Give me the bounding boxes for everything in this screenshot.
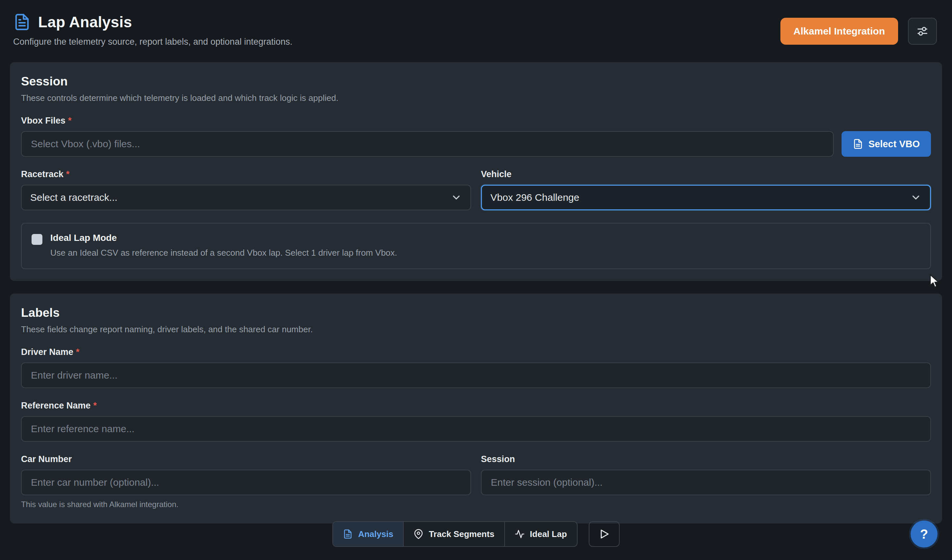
- bottom-tab-bar: Analysis Track Segments Ideal Lap: [0, 521, 952, 547]
- vehicle-label: Vehicle: [481, 169, 931, 179]
- ideal-lap-title: Ideal Lap Mode: [50, 233, 397, 243]
- ideal-lap-description: Use an Ideal CSV as reference instead of…: [50, 248, 397, 258]
- ideal-lap-panel: Ideal Lap Mode Use an Ideal CSV as refer…: [21, 223, 931, 269]
- alkamel-integration-button[interactable]: Alkamel Integration: [780, 18, 898, 45]
- vehicle-value: Vbox 296 Challenge: [490, 192, 579, 203]
- chevron-down-icon: [451, 192, 462, 203]
- file-text-icon: [13, 13, 31, 31]
- play-button[interactable]: [589, 521, 620, 547]
- page-title: Lap Analysis: [38, 13, 132, 31]
- racetrack-value: Select a racetrack...: [30, 192, 117, 203]
- required-asterisk: *: [93, 401, 97, 410]
- driver-name-input[interactable]: [21, 363, 931, 388]
- session-card-subtitle: These controls determine which telemetry…: [21, 93, 931, 103]
- tab-track-segments[interactable]: Track Segments: [404, 522, 505, 546]
- app-header: Lap Analysis Configure the telemetry sou…: [0, 0, 952, 47]
- labels-card: Labels These fields change report naming…: [10, 293, 942, 523]
- racetrack-label: Racetrack*: [21, 169, 471, 179]
- sliders-icon: [916, 25, 929, 38]
- map-pin-icon: [414, 529, 423, 539]
- required-asterisk: *: [66, 169, 70, 179]
- session-field-label: Session: [481, 454, 931, 464]
- reference-name-input[interactable]: [21, 416, 931, 442]
- file-icon: [853, 139, 863, 149]
- vehicle-select[interactable]: Vbox 296 Challenge: [481, 185, 931, 210]
- driver-name-label: Driver Name*: [21, 347, 931, 357]
- ideal-lap-checkbox[interactable]: [32, 234, 42, 245]
- reference-name-label: Reference Name*: [21, 401, 931, 411]
- labels-card-subtitle: These fields change report naming, drive…: [21, 324, 931, 335]
- help-button[interactable]: ?: [910, 521, 938, 548]
- session-card-title: Session: [21, 75, 931, 88]
- racetrack-select[interactable]: Select a racetrack...: [21, 185, 471, 210]
- view-tab-group: Analysis Track Segments Ideal Lap: [332, 521, 577, 547]
- vbox-files-input[interactable]: [21, 131, 834, 157]
- session-input[interactable]: [481, 470, 931, 495]
- required-asterisk: *: [68, 116, 72, 125]
- vbox-files-label: Vbox Files*: [21, 116, 931, 126]
- car-number-input[interactable]: [21, 470, 471, 495]
- session-card: Session These controls determine which t…: [10, 62, 942, 281]
- car-number-label: Car Number: [21, 454, 471, 464]
- car-number-helper: This value is shared with Alkamel integr…: [21, 500, 471, 509]
- labels-card-title: Labels: [21, 306, 931, 320]
- document-icon: [343, 529, 353, 539]
- required-asterisk: *: [76, 347, 80, 357]
- select-vbo-button[interactable]: Select VBO: [842, 131, 931, 157]
- tab-analysis[interactable]: Analysis: [333, 522, 404, 546]
- waveform-icon: [515, 529, 525, 539]
- chevron-down-icon: [910, 192, 921, 203]
- settings-button[interactable]: [908, 18, 937, 45]
- play-icon: [598, 528, 610, 540]
- tab-ideal-lap[interactable]: Ideal Lap: [505, 522, 577, 546]
